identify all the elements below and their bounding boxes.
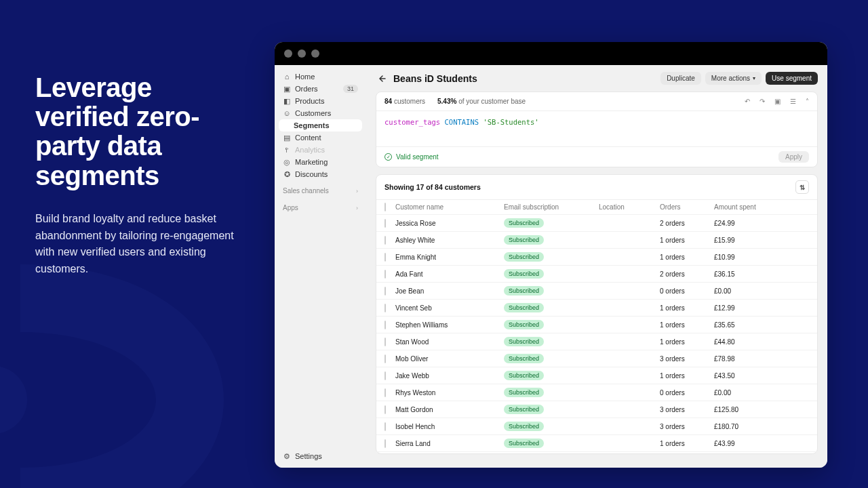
nav-products[interactable]: ◧Products — [279, 95, 362, 107]
cell-orders: 0 orders — [660, 389, 714, 396]
more-actions-button[interactable]: More actions▾ — [705, 72, 762, 85]
window-close-dot[interactable] — [284, 49, 292, 58]
row-checkbox[interactable] — [384, 354, 386, 363]
row-checkbox[interactable] — [384, 371, 386, 380]
row-checkbox[interactable] — [384, 304, 386, 312]
table-row[interactable]: Stephen WilliamsSubscribed1 orders£35.65 — [376, 317, 817, 333]
select-all-checkbox[interactable] — [384, 203, 386, 211]
cell-name: Joe Bean — [395, 287, 504, 295]
nav-discounts[interactable]: ✪Discounts — [279, 168, 362, 180]
check-circle-icon: ✓ — [384, 153, 392, 161]
cell-amount: £125.80 — [714, 406, 795, 413]
nav-label: Content — [295, 134, 321, 142]
table-row[interactable]: Vincent SebSubscribed1 orders£12.99 — [376, 300, 817, 317]
row-checkbox[interactable] — [384, 439, 386, 448]
undo-button[interactable]: ↶ — [745, 98, 750, 105]
nav-label: Products — [295, 97, 324, 105]
nav-marketing[interactable]: ◎Marketing — [279, 156, 362, 168]
cell-amount: £36.15 — [714, 270, 795, 278]
subscribed-badge: Subscribed — [504, 422, 544, 431]
window-zoom-dot[interactable] — [311, 49, 319, 58]
nav-section-apps[interactable]: Apps› — [279, 197, 362, 214]
filter-button[interactable]: ☰ — [790, 98, 796, 105]
cell-amount: £180.70 — [714, 423, 795, 430]
cell-name: Rhys Weston — [395, 389, 504, 396]
nav-segments[interactable]: Segments — [279, 119, 362, 131]
cell-orders: 1 orders — [660, 440, 714, 447]
nav-content[interactable]: ▤Content — [279, 131, 362, 144]
back-button[interactable] — [376, 73, 388, 85]
cell-email: Subscribed — [504, 286, 599, 296]
sort-icon: ⇅ — [800, 184, 805, 191]
col-email[interactable]: Email subscription — [504, 203, 599, 211]
cell-email: Subscribed — [504, 269, 599, 279]
nav-orders[interactable]: ▣Orders31 — [279, 83, 362, 95]
table-row[interactable]: Sierra LandSubscribed1 orders£43.99 — [376, 435, 817, 452]
main-panel: Beans iD Students Duplicate More actions… — [366, 65, 827, 468]
app-window: ⌂Home ▣Orders31 ◧Products ☺Customers Seg… — [275, 42, 827, 468]
table-row[interactable]: Jessica RoseSubscribed2 orders£24.99 — [376, 215, 817, 232]
chevron-right-icon: › — [356, 205, 358, 211]
save-button[interactable]: ▣ — [774, 98, 781, 105]
row-checkbox[interactable] — [384, 253, 386, 262]
table-row[interactable]: Rhys WestonSubscribed0 orders£0.00 — [376, 384, 817, 401]
redo-button[interactable]: ↷ — [760, 98, 765, 105]
table-row[interactable]: Katherine JenkinsSubscribed0 orders£0.00 — [376, 452, 817, 453]
cell-amount: £35.65 — [714, 321, 795, 329]
table-row[interactable]: Joe BeanSubscribed0 orders£0.00 — [376, 283, 817, 300]
arrow-left-icon — [378, 75, 386, 83]
analytics-icon: ⫯ — [283, 146, 291, 154]
nav-section-sales[interactable]: Sales channels› — [279, 180, 362, 197]
nav-customers[interactable]: ☺Customers — [279, 107, 362, 119]
table-row[interactable]: Mob OliverSubscribed3 orders£78.98 — [376, 350, 817, 367]
cell-orders: 2 orders — [660, 270, 714, 278]
marketing-icon: ◎ — [283, 158, 291, 166]
row-checkbox[interactable] — [384, 338, 386, 346]
collapse-button[interactable]: ˄ — [806, 98, 809, 105]
nav-label: Segments — [294, 121, 330, 129]
nav-label: Home — [295, 73, 315, 81]
results-count: Showing 17 of 84 customers — [384, 183, 481, 191]
table-row[interactable]: Isobel HenchSubscribed3 orders£180.70 — [376, 418, 817, 435]
cell-name: Isobel Hench — [395, 423, 504, 430]
promo-body: Build brand loyalty and reduce basket ab… — [35, 211, 252, 278]
nav-label: Discounts — [295, 170, 328, 178]
orders-icon: ▣ — [283, 85, 291, 93]
col-orders[interactable]: Orders — [660, 203, 714, 211]
table-row[interactable]: Jake WebbSubscribed1 orders£43.50 — [376, 367, 817, 384]
use-segment-button[interactable]: Use segment — [766, 72, 818, 85]
nav-home[interactable]: ⌂Home — [279, 70, 362, 83]
row-checkbox[interactable] — [384, 422, 386, 431]
col-name[interactable]: Customer name — [395, 203, 504, 211]
window-minimize-dot[interactable] — [298, 49, 306, 58]
table-row[interactable]: Emma KnightSubscribed1 orders£10.99 — [376, 249, 817, 266]
cell-orders: 1 orders — [660, 372, 714, 380]
cell-orders: 1 orders — [660, 304, 714, 312]
row-checkbox[interactable] — [384, 236, 386, 245]
table-row[interactable]: Matt GordonSubscribed3 orders£125.80 — [376, 401, 817, 418]
col-location[interactable]: Location — [599, 203, 660, 211]
cell-name: Stan Wood — [395, 338, 504, 346]
nav-settings[interactable]: ⚙Settings — [279, 450, 362, 462]
table-row[interactable]: Ada FantSubscribed2 orders£36.15 — [376, 266, 817, 283]
cell-amount: £15.99 — [714, 237, 795, 244]
row-checkbox[interactable] — [384, 270, 386, 279]
home-icon: ⌂ — [283, 73, 291, 81]
subscribed-badge: Subscribed — [504, 388, 544, 397]
col-amount[interactable]: Amount spent — [714, 203, 795, 211]
segment-query-editor[interactable]: customer_tags CONTAINS 'SB-Students' — [376, 111, 817, 146]
cell-orders: 3 orders — [660, 423, 714, 430]
row-checkbox[interactable] — [384, 287, 386, 296]
nav-label: Marketing — [295, 158, 328, 166]
row-checkbox[interactable] — [384, 405, 386, 414]
table-row[interactable]: Stan WoodSubscribed1 orders£44.80 — [376, 333, 817, 350]
duplicate-button[interactable]: Duplicate — [660, 72, 701, 85]
row-checkbox[interactable] — [384, 321, 386, 329]
cell-orders: 1 orders — [660, 237, 714, 244]
sort-button[interactable]: ⇅ — [795, 180, 809, 194]
table-row[interactable]: Ashley WhiteSubscribed1 orders£15.99 — [376, 232, 817, 249]
apply-button[interactable]: Apply — [778, 151, 809, 163]
cell-amount: £12.99 — [714, 304, 795, 312]
row-checkbox[interactable] — [384, 219, 386, 228]
row-checkbox[interactable] — [384, 388, 386, 397]
